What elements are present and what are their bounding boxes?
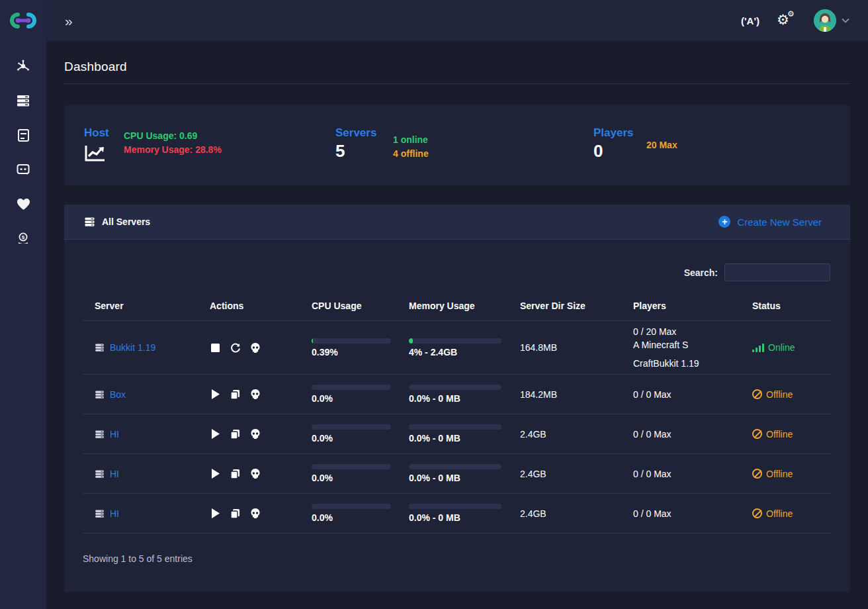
restart-server-icon[interactable] xyxy=(230,342,241,353)
table-row: Box 0.0% 0.0% - 0 MB 184.2MB 0 / 0 Max O… xyxy=(83,375,832,414)
sidebar-item-support[interactable] xyxy=(0,187,46,221)
players-value: 0 / 20 Max xyxy=(633,325,752,338)
memory-usage-value: 0.0% - 0 MB xyxy=(409,393,520,404)
server-dir-size: 184.2MB xyxy=(520,389,633,400)
cpu-usage-value: 0.0% xyxy=(312,433,409,444)
players-value: 0 / 0 Max xyxy=(633,469,752,479)
panel-header: All Servers + Create New Server xyxy=(64,205,850,240)
players-count: 0 xyxy=(593,141,634,162)
memory-usage-value: 0.0% - 0 MB xyxy=(409,433,520,444)
server-name: Box xyxy=(110,389,126,400)
servers-count: 5 xyxy=(335,141,376,162)
status-badge: Offline xyxy=(752,469,832,479)
start-server-icon[interactable] xyxy=(210,389,221,400)
server-description: A Minecraft S xyxy=(633,338,752,351)
table-row: HI 0.0% 0.0% - 0 MB 2.4GB 0 / 0 Max Offl… xyxy=(83,494,832,534)
sidebar-item-servers[interactable] xyxy=(0,83,46,118)
table-row: HI 0.0% 0.0% - 0 MB 2.4GB 0 / 0 Max Offl… xyxy=(83,414,832,454)
servers-table: Server Actions CPU Usage Memory Usage Se… xyxy=(83,291,832,534)
server-link[interactable]: HI xyxy=(95,469,210,479)
memory-progress-bar xyxy=(409,338,501,344)
servers-online-count: 1 online xyxy=(393,133,429,147)
all-servers-panel: All Servers + Create New Server Search: … xyxy=(64,205,850,592)
kill-server-icon[interactable] xyxy=(249,468,261,480)
server-link[interactable]: HI xyxy=(95,508,210,519)
start-server-icon[interactable] xyxy=(210,508,221,520)
server-name: Bukkit 1.19 xyxy=(110,342,155,353)
col-header-status[interactable]: Status xyxy=(752,301,832,311)
memory-usage-value: 0.0% - 0 MB xyxy=(409,473,520,483)
col-header-actions[interactable]: Actions xyxy=(210,301,312,311)
create-new-server-button[interactable]: + Create New Server xyxy=(718,216,822,228)
table-header-row: Server Actions CPU Usage Memory Usage Se… xyxy=(83,291,832,321)
stats-card: Host CPU Usage: 0.69 Memory Usage: 28.8%… xyxy=(64,105,850,185)
host-cpu-usage: CPU Usage: 0.69 xyxy=(124,129,222,143)
memory-usage-value: 0.0% - 0 MB xyxy=(409,512,520,523)
status-label: Online xyxy=(768,342,795,353)
col-header-cpu[interactable]: CPU Usage xyxy=(312,301,409,311)
status-badge: Offline xyxy=(752,508,832,519)
discord-icon xyxy=(17,164,30,176)
search-input[interactable] xyxy=(724,263,830,281)
clone-server-icon[interactable] xyxy=(230,508,241,520)
sidebar-item-donate[interactable]: $ xyxy=(0,221,46,256)
server-name: HI xyxy=(110,469,119,479)
col-header-players[interactable]: Players xyxy=(633,301,752,311)
clone-server-icon[interactable] xyxy=(230,389,241,400)
app-logo[interactable] xyxy=(0,0,46,41)
col-header-dirsize[interactable]: Server Dir Size xyxy=(520,301,633,311)
cpu-usage-value: 0.39% xyxy=(312,347,409,357)
col-header-memory[interactable]: Memory Usage xyxy=(409,301,520,311)
clone-server-icon[interactable] xyxy=(230,428,241,440)
status-badge: Online xyxy=(752,342,832,353)
chevron-down-icon xyxy=(842,18,849,23)
create-new-server-label: Create New Server xyxy=(737,216,822,228)
server-rack-icon xyxy=(95,509,105,518)
cpu-progress-bar xyxy=(312,338,391,344)
user-menu[interactable] xyxy=(814,9,849,32)
server-rack-icon xyxy=(95,343,105,352)
server-dir-size: 2.4GB xyxy=(520,508,633,519)
cpu-progress-bar xyxy=(312,504,391,509)
clone-server-icon[interactable] xyxy=(230,468,241,480)
players-value: 0 / 0 Max xyxy=(633,429,752,440)
server-rack-icon xyxy=(84,216,95,227)
servers-offline-count: 4 offline xyxy=(393,147,429,161)
players-title: Players xyxy=(593,126,634,140)
ban-icon xyxy=(752,429,762,439)
sidebar-item-documentation[interactable] xyxy=(0,118,46,152)
kill-server-icon[interactable] xyxy=(249,428,261,440)
sidebar-item-discord[interactable] xyxy=(0,152,46,187)
page-title: Dashboard xyxy=(64,60,850,74)
plus-circle-icon: + xyxy=(718,216,730,228)
stop-server-icon[interactable] xyxy=(210,342,221,353)
settings-gears-icon[interactable]: ⚙⚙ xyxy=(777,12,797,29)
start-server-icon[interactable] xyxy=(210,428,221,440)
server-link[interactable]: Box xyxy=(95,389,210,400)
sidebar-expand-icon[interactable]: » xyxy=(65,14,71,28)
panel-title: All Servers xyxy=(102,216,150,227)
chart-icon xyxy=(84,145,107,162)
kill-server-icon[interactable] xyxy=(249,508,261,520)
server-version: CraftBukkit 1.19 xyxy=(633,357,752,370)
memory-progress-bar xyxy=(409,385,501,390)
server-link[interactable]: Bukkit 1.19 xyxy=(95,342,210,353)
server-rack-icon xyxy=(95,430,105,439)
table-row: HI 0.0% 0.0% - 0 MB 2.4GB 0 / 0 Max Offl… xyxy=(83,454,832,494)
language-icon[interactable]: ('A') xyxy=(741,15,760,26)
memory-progress-bar xyxy=(409,424,501,430)
cpu-progress-fill xyxy=(312,338,313,344)
col-header-server[interactable]: Server xyxy=(83,301,210,311)
donate-icon: $ xyxy=(17,232,30,245)
sidebar-item-dashboard[interactable] xyxy=(0,49,46,83)
avatar xyxy=(814,9,836,32)
kill-server-icon[interactable] xyxy=(249,389,261,400)
server-link[interactable]: HI xyxy=(95,429,210,440)
status-label: Offline xyxy=(766,469,793,479)
sidebar: $ xyxy=(0,0,46,609)
kill-server-icon[interactable] xyxy=(249,342,261,353)
start-server-icon[interactable] xyxy=(210,468,221,480)
ban-icon xyxy=(752,508,762,518)
table-row: Bukkit 1.19 xyxy=(83,321,832,375)
status-label: Offline xyxy=(766,389,793,400)
